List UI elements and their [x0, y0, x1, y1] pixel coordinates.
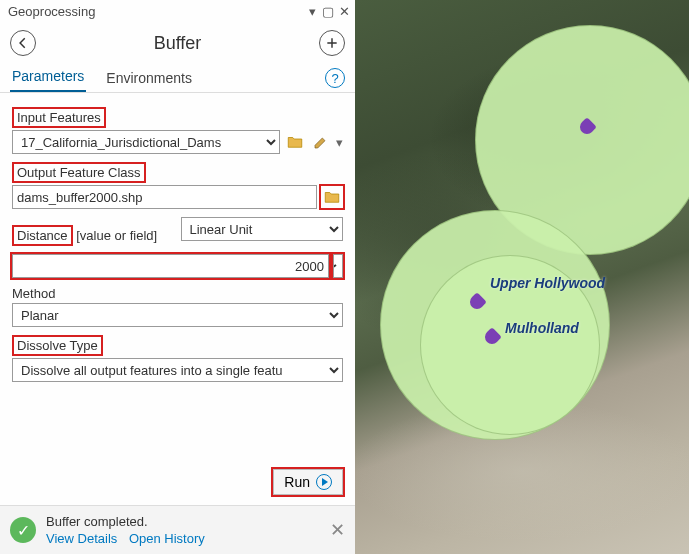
view-details-link[interactable]: View Details: [46, 531, 117, 546]
run-label: Run: [284, 474, 310, 490]
folder-icon: [286, 133, 304, 151]
run-row: Run: [0, 459, 355, 505]
dissolve-type-label: Dissolve Type: [12, 335, 103, 356]
input-features-label: Input Features: [12, 107, 106, 128]
chevron-down-icon[interactable]: ▾: [336, 135, 343, 150]
distance-label: Distance [value or field]: [12, 225, 157, 246]
back-arrow-icon: [16, 36, 30, 50]
open-history-link[interactable]: Open History: [129, 531, 205, 546]
distance-mode-select[interactable]: Linear Unit: [181, 217, 344, 241]
back-button[interactable]: [10, 30, 36, 56]
dissolve-type-select[interactable]: Dissolve all output features into a sing…: [12, 358, 343, 382]
check-icon: ✓: [10, 517, 36, 543]
status-title: Buffer completed.: [46, 514, 330, 529]
maximize-icon[interactable]: ▢: [321, 4, 335, 18]
play-icon: [316, 474, 332, 490]
browse-output-button[interactable]: [321, 186, 343, 208]
chevron-down-icon[interactable]: ▾: [305, 4, 319, 18]
plus-icon: [325, 36, 339, 50]
tab-environments[interactable]: Environments: [104, 66, 194, 92]
geoprocessing-panel: Geoprocessing ▾ ▢ ✕ Buffer Parameters En…: [0, 0, 355, 554]
pencil-icon: [313, 134, 329, 150]
close-icon[interactable]: ✕: [337, 4, 351, 18]
panel-titlebar: Geoprocessing ▾ ▢ ✕: [0, 0, 355, 22]
distance-value-input[interactable]: [12, 254, 329, 278]
panel-title: Geoprocessing: [8, 4, 95, 19]
add-button[interactable]: [319, 30, 345, 56]
method-label: Method: [12, 286, 55, 301]
edit-input-button[interactable]: [310, 131, 332, 153]
tab-parameters[interactable]: Parameters: [10, 64, 86, 92]
status-close-button[interactable]: ✕: [330, 519, 345, 541]
output-feature-class-label: Output Feature Class: [12, 162, 146, 183]
browse-input-button[interactable]: [284, 131, 306, 153]
method-select[interactable]: Planar: [12, 303, 343, 327]
tool-title: Buffer: [36, 33, 319, 54]
dam-label-upper-hollywood: Upper Hollywood: [490, 275, 605, 291]
input-features-select[interactable]: 17_California_Jurisdictional_Dams: [12, 130, 280, 154]
run-button[interactable]: Run: [273, 469, 343, 495]
help-button[interactable]: ?: [325, 68, 345, 88]
tab-bar: Parameters Environments ?: [0, 64, 355, 93]
output-feature-class-input[interactable]: [12, 185, 317, 209]
distance-unit-select[interactable]: Meters: [333, 254, 343, 278]
map-view[interactable]: Upper Hollywood Mulholland: [355, 0, 689, 554]
status-body: Buffer completed. View Details Open Hist…: [46, 514, 330, 546]
parameters-form: Input Features 17_California_Jurisdictio…: [0, 93, 355, 459]
dam-label-mulholland: Mulholland: [505, 320, 579, 336]
folder-icon: [323, 188, 341, 206]
status-bar: ✓ Buffer completed. View Details Open Hi…: [0, 505, 355, 554]
tool-header: Buffer: [0, 22, 355, 64]
